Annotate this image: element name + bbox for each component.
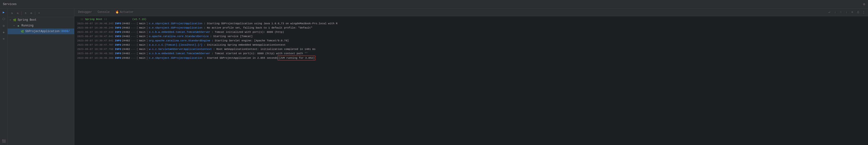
coverage-rail-icon[interactable]: ◎ xyxy=(1,23,7,29)
log-line-8: 2023-09-07 16:39:48.398INFO24482---[main… xyxy=(77,56,865,60)
debugger-tab-label: Debugger xyxy=(78,10,92,14)
log-dash: --- xyxy=(131,34,135,38)
log-thread: main xyxy=(139,34,145,38)
log-class: c.e.sbproject.SbProjectApplication xyxy=(149,26,203,30)
log-bracket: [ xyxy=(136,30,138,34)
log-dash: --- xyxy=(131,30,135,34)
services-title: Services xyxy=(3,3,17,6)
log-thread: main xyxy=(139,38,145,43)
spring-boot-icon: 🌿 xyxy=(13,18,17,22)
log-level: INFO xyxy=(115,38,121,43)
log-timestamp: 2023-09-07 16:39:48.398 xyxy=(77,56,114,60)
log-bracket: [ xyxy=(136,56,138,60)
log-bracket-close: ] xyxy=(146,30,148,34)
log-dash: --- xyxy=(131,56,135,60)
app-instance-icon: 🌿 xyxy=(21,30,24,33)
log-class: org.apache.catalina.core.StandardEngine xyxy=(149,38,210,43)
log-thread: main xyxy=(139,43,145,47)
log-output[interactable]: :: Spring Boot :: (v2.7.15) 2023-09-07 1… xyxy=(74,16,868,145)
log-bracket-close: ] xyxy=(146,43,148,47)
console-clear-icon[interactable]: ⊘ xyxy=(850,10,855,15)
log-thread: main xyxy=(139,26,145,30)
log-pid: 24482 xyxy=(122,22,130,26)
running-chevron: ▾ xyxy=(13,24,17,27)
settings-gear-icon[interactable]: ⚙ xyxy=(863,2,865,6)
log-timestamp: 2023-09-07 16:39:47.798 xyxy=(77,47,114,51)
tab-actuator[interactable]: 🔥Actuator xyxy=(114,9,135,15)
spring-boot-chevron: ▾ xyxy=(9,19,13,22)
log-thread: main xyxy=(139,30,145,34)
log-line-1: 2023-09-07 16:39:46.248INFO24482---[main… xyxy=(77,26,865,30)
icon-rail: ▶ ⬡ ◎ ◈ ≡ ⬛ xyxy=(0,8,8,145)
log-dash: --- xyxy=(131,22,135,26)
log-message: : Root WebApplicationContext: initializa… xyxy=(213,47,315,51)
log-message: : Tomcat started on port(s): 8080 (http)… xyxy=(212,51,308,56)
log-pid: 24482 xyxy=(122,43,130,47)
run-rail-icon[interactable]: ▶ xyxy=(1,9,7,15)
log-pid: 24482 xyxy=(122,38,130,43)
log-pid: 24482 xyxy=(122,34,130,38)
console-toolbar: Debugger Console 🔥Actuator ⤾ ↓ ↑ ↓ ⊘ ⎙ ⋮ xyxy=(74,8,868,16)
console-more-icon[interactable]: ⋮ xyxy=(861,10,866,15)
app-instance-tree-item[interactable]: 🌿 SbProjectApplication:8080/ xyxy=(8,29,74,34)
log-line-5: 2023-09-07 16:39:47.797INFO24482---[main… xyxy=(77,43,865,47)
camera-rail-icon[interactable]: ⬛ xyxy=(1,138,7,144)
log-bracket-close: ] xyxy=(146,56,148,60)
tab-debugger[interactable]: Debugger xyxy=(76,9,94,15)
console-print-icon[interactable]: ⎙ xyxy=(856,10,860,15)
log-line-7: 2023-09-07 16:39:48.382INFO24482---[main… xyxy=(77,51,865,56)
log-line-2: 2023-09-07 16:39:47.630INFO24482---[main… xyxy=(77,30,865,34)
log-line-3: 2023-09-07 16:39:47.641INFO24482---[main… xyxy=(77,34,865,38)
log-timestamp: 2023-09-07 16:39:47.641 xyxy=(77,34,114,38)
app-instance-label: SbProjectApplication:8080/ xyxy=(25,30,70,33)
log-highlight-jvm: (JVM running for 3.852) xyxy=(278,56,315,60)
console-up-icon[interactable]: ↑ xyxy=(838,10,843,15)
log-class: c.e.sbproject.SbProjectApplication xyxy=(149,22,203,26)
console-down-icon[interactable]: ↓ xyxy=(844,10,849,15)
actuator-fire-icon: 🔥 xyxy=(115,10,119,14)
log-line-4: 2023-09-07 16:39:47.641INFO24482---[main… xyxy=(77,38,865,43)
log-dash: --- xyxy=(131,51,135,56)
tab-console[interactable]: Console xyxy=(96,9,112,15)
log-line-0: 2023-09-07 16:39:46.243INFO24482---[main… xyxy=(77,22,865,26)
log-bracket: [ xyxy=(136,34,138,38)
profile-rail-icon[interactable]: ◈ xyxy=(1,30,7,35)
filter-icon[interactable]: ⚗ xyxy=(23,11,28,16)
running-tree-item[interactable]: ▾ ▶ Running xyxy=(8,23,74,29)
log-dash: --- xyxy=(131,26,135,30)
log-class: c.e.sbproject.SbProjectApplication xyxy=(149,56,203,60)
log-message: : No active profile set, falling back to… xyxy=(204,26,312,30)
log-line-6: 2023-09-07 16:39:47.798INFO24482---[main… xyxy=(77,47,865,51)
log-timestamp: 2023-09-07 16:39:47.797 xyxy=(77,43,114,47)
log-bracket-close: ] xyxy=(146,51,148,56)
tree-settings-icon[interactable]: ⚙ xyxy=(29,11,34,16)
bookmark-rail-icon[interactable]: ≡ xyxy=(1,36,7,42)
debug-rail-icon[interactable]: ⬡ xyxy=(1,16,7,22)
console-scroll-end-icon[interactable]: ↓ xyxy=(833,10,837,15)
console-wrap-icon[interactable]: ⤾ xyxy=(827,10,832,15)
add-service-icon[interactable]: + xyxy=(37,11,41,16)
log-level: INFO xyxy=(115,43,121,47)
log-pid: 24482 xyxy=(122,51,130,56)
log-bracket: [ xyxy=(136,43,138,47)
expand-all-icon[interactable]: ⇅ xyxy=(9,11,14,16)
log-bracket: [ xyxy=(136,47,138,51)
log-pid: 24482 xyxy=(122,30,130,34)
log-timestamp: 2023-09-07 16:39:48.382 xyxy=(77,51,114,56)
log-message: : Tomcat initialized with port(s): 8080 … xyxy=(212,30,284,34)
log-bracket-close: ] xyxy=(146,26,148,30)
console-toolbar-icons: ⤾ ↓ ↑ ↓ ⊘ ⎙ ⋮ xyxy=(827,10,866,15)
log-thread: main xyxy=(139,56,145,60)
collapse-all-icon[interactable]: ⇆ xyxy=(15,11,20,16)
log-class: o.a.c.c.C.[Tomcat].[localhost].[/] xyxy=(149,43,203,47)
log-bracket: [ xyxy=(136,26,138,30)
log-message: : Initializing Spring embedded WebApplic… xyxy=(204,43,285,47)
log-message: : Starting service [Tomcat] xyxy=(210,34,253,38)
sidebar: ⇅ ⇆ ⚗ ⚙ + ▾ 🌿 Spring Boot ▾ ▶ Running xyxy=(8,8,74,145)
log-timestamp: 2023-09-07 16:39:46.243 xyxy=(77,22,114,26)
log-timestamp: 2023-09-07 16:39:46.248 xyxy=(77,26,114,30)
log-pid: 24482 xyxy=(122,56,130,60)
running-label: Running xyxy=(22,24,33,27)
log-message: : Starting SbProjectApplication using Ja… xyxy=(204,22,338,26)
spring-boot-tree-item[interactable]: ▾ 🌿 Spring Boot xyxy=(8,17,74,23)
